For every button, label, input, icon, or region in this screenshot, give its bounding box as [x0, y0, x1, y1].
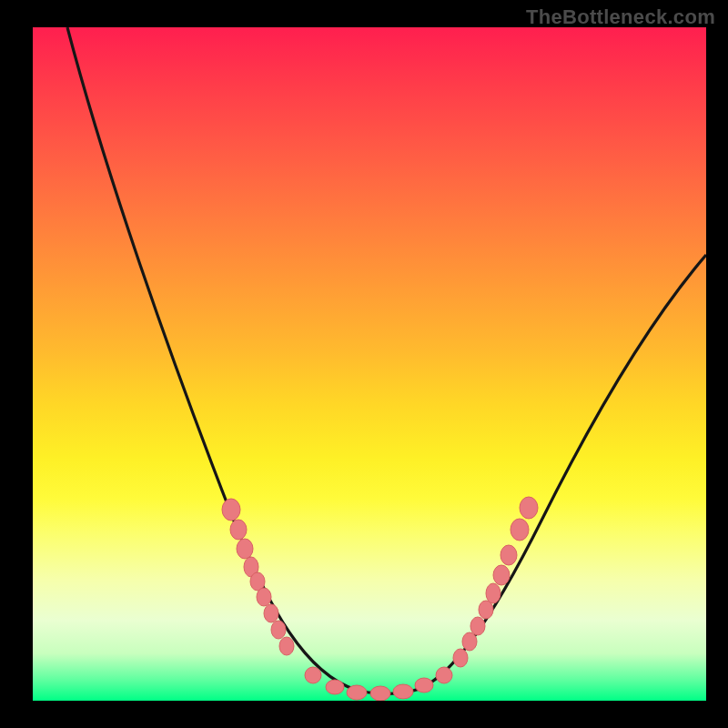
dot [230, 520, 247, 540]
dot [500, 545, 517, 565]
dot [305, 667, 321, 683]
dot [347, 685, 367, 700]
dot [511, 519, 529, 541]
dot [520, 497, 538, 519]
valley-cluster [305, 667, 452, 701]
dot [393, 684, 413, 699]
dot [493, 565, 510, 585]
chart-frame: TheBottleneck.com [0, 0, 728, 728]
bottleneck-curve [67, 27, 706, 693]
watermark-text: TheBottleneck.com [526, 5, 715, 29]
dot [264, 604, 278, 622]
dot [436, 667, 452, 683]
dot [415, 678, 433, 693]
right-cluster [453, 497, 538, 667]
plot-area [33, 27, 706, 701]
dot [271, 621, 286, 639]
dot [370, 686, 390, 701]
dot [257, 588, 271, 606]
curve-layer [33, 27, 706, 701]
dot [453, 649, 468, 667]
dot [279, 637, 294, 655]
dot [222, 499, 240, 521]
dot [470, 617, 485, 635]
dot [462, 632, 477, 651]
dot [486, 583, 500, 603]
left-cluster [222, 499, 294, 655]
dot [237, 539, 253, 559]
dot [326, 680, 344, 694]
